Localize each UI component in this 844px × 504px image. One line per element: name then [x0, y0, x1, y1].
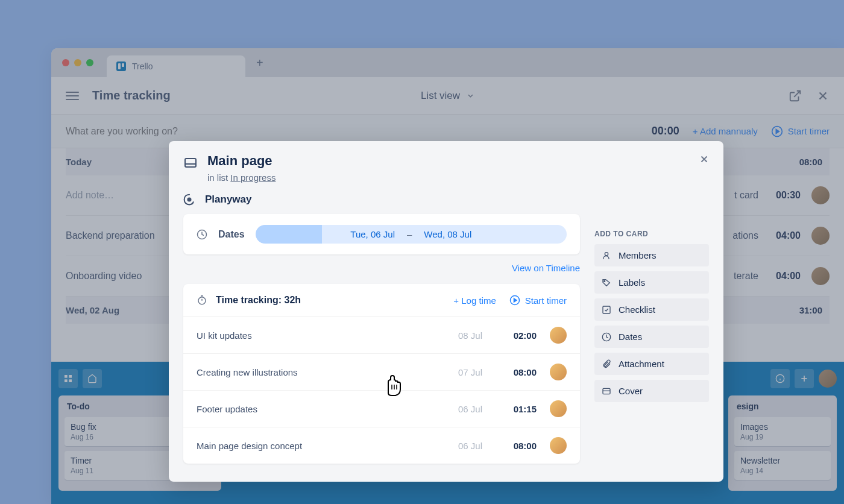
time-entry-date: 06 Jul [449, 441, 482, 451]
time-tracking-panel: Time tracking: 32h + Log time Start time… [183, 284, 580, 464]
time-entry-row[interactable]: Footer updates 06 Jul 01:15 [183, 391, 580, 427]
time-entry-row[interactable]: Creating new illustrations 07 Jul 08:00 [183, 354, 580, 391]
clock-icon [602, 332, 611, 342]
dates-button[interactable]: Dates [594, 326, 709, 348]
avatar[interactable] [550, 400, 567, 417]
time-entry-date: 07 Jul [449, 367, 482, 377]
members-label: Members [619, 250, 657, 260]
modal-start-timer-button[interactable]: Start timer [509, 295, 567, 306]
view-timeline-link[interactable]: View on Timeline [183, 263, 580, 273]
cover-button[interactable]: Cover [594, 380, 709, 402]
attachment-label: Attachment [619, 359, 664, 369]
svg-point-26 [605, 252, 608, 255]
planyway-icon [183, 194, 195, 206]
checklist-icon [602, 305, 611, 315]
svg-marker-25 [514, 298, 517, 302]
modal-title[interactable]: Main page [207, 153, 272, 169]
close-modal-button[interactable] [697, 152, 711, 166]
card-icon [602, 386, 611, 396]
time-entry-row[interactable]: Main page design concept 06 Jul 08:00 [183, 427, 580, 464]
time-entry-name: Creating new illustrations [197, 367, 449, 377]
time-entry-name: Footer updates [197, 404, 449, 414]
members-button[interactable]: Members [594, 244, 709, 266]
svg-point-27 [604, 280, 605, 282]
avatar[interactable] [550, 327, 567, 344]
planyway-label: Planyway [205, 194, 252, 206]
play-circle-icon [509, 295, 520, 306]
list-link[interactable]: In progress [230, 172, 276, 183]
time-entry-date: 06 Jul [449, 404, 482, 414]
sidebar-title: ADD TO CARD [594, 230, 709, 238]
tag-icon [602, 278, 611, 288]
modal-main: Planyway Dates Tue, 06 Jul – Wed, 08 Jul… [183, 194, 580, 464]
date-range-pill[interactable]: Tue, 06 Jul – Wed, 08 Jul [256, 225, 567, 244]
modal-subtitle: in list In progress [207, 172, 709, 183]
subtitle-prefix: in list [207, 172, 230, 183]
date-start: Tue, 06 Jul [350, 229, 395, 239]
card-icon [183, 156, 198, 170]
log-time-link[interactable]: + Log time [453, 295, 496, 306]
avatar[interactable] [550, 437, 567, 454]
modal-header: Main page [183, 153, 709, 170]
time-tracking-header: Time tracking: 32h + Log time Start time… [183, 284, 580, 317]
attachment-button[interactable]: Attachment [594, 353, 709, 375]
checklist-button[interactable]: Checklist [594, 298, 709, 321]
labels-button[interactable]: Labels [594, 271, 709, 294]
date-separator: – [407, 229, 412, 239]
modal-sidebar: ADD TO CARD Members Labels Checklist Dat… [594, 194, 709, 464]
date-end: Wed, 08 Jul [424, 229, 471, 239]
time-entry-duration: 08:00 [506, 441, 537, 451]
dates-label: Dates [218, 229, 245, 240]
svg-point-18 [188, 198, 191, 201]
pointer-cursor-icon [383, 374, 405, 398]
dates-panel: Dates Tue, 06 Jul – Wed, 08 Jul [183, 214, 580, 254]
time-entry-date: 08 Jul [449, 330, 482, 341]
modal-body: Planyway Dates Tue, 06 Jul – Wed, 08 Jul… [183, 194, 709, 464]
paperclip-icon [602, 359, 611, 369]
start-timer-label: Start timer [525, 295, 567, 306]
time-entry-name: Main page design concept [197, 441, 449, 451]
clock-icon [197, 229, 207, 240]
card-modal: Main page in list In progress Planyway D… [169, 141, 723, 482]
dates-button-label: Dates [619, 332, 642, 342]
cover-label: Cover [619, 386, 643, 396]
time-entry-name: UI kit updates [197, 330, 449, 341]
time-entry-row[interactable]: UI kit updates 08 Jul 02:00 [183, 317, 580, 354]
labels-label: Labels [619, 277, 645, 288]
svg-rect-28 [603, 306, 610, 313]
time-entry-duration: 02:00 [506, 330, 537, 341]
user-icon [602, 251, 611, 260]
checklist-label: Checklist [619, 304, 655, 315]
svg-rect-16 [185, 159, 196, 167]
avatar[interactable] [550, 364, 567, 380]
stopwatch-icon [197, 295, 207, 306]
time-tracking-label: Time tracking: 32h [216, 295, 445, 306]
time-entry-duration: 01:15 [506, 404, 537, 414]
planyway-section-header: Planyway [183, 194, 580, 206]
time-entry-duration: 08:00 [506, 367, 537, 377]
